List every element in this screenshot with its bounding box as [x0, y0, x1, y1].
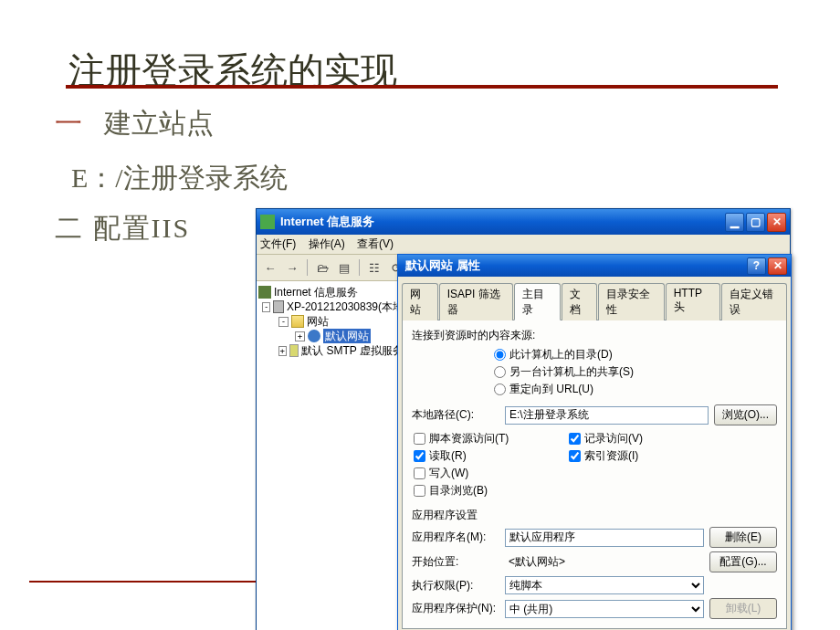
toolbar-separator [307, 259, 308, 276]
title-underline [66, 85, 778, 89]
tab-site[interactable]: 网站 [402, 283, 438, 320]
tree-computer-label: XP-201212030839(本地 [287, 299, 404, 314]
dialog-tabs: 网站 ISAPI 筛选器 主目录 文档 目录安全性 HTTP 头 自定义错误 [398, 277, 791, 320]
radio-redirect-url[interactable]: 重定向到 URL(U) [494, 382, 777, 397]
slide-line-1: 一建立站点 [55, 105, 214, 142]
tab-documents[interactable]: 文档 [562, 283, 598, 320]
globe-icon [308, 330, 320, 342]
tree-root-label: Internet 信息服务 [274, 285, 358, 299]
exec-permissions-row: 执行权限(P): 纯脚本 [412, 576, 777, 594]
tree-default-site[interactable]: +默认网站 [258, 329, 404, 343]
dialog-titlebar[interactable]: 默认网站 属性 ? ✕ [398, 255, 791, 277]
app-protection-row: 应用程序保护(N): 中 (共用) 卸载(L) [412, 598, 777, 619]
toolbar-up-button[interactable]: 🗁 [312, 257, 332, 278]
menu-action[interactable]: 操作(A) [309, 237, 345, 250]
tree-root[interactable]: Internet 信息服务 [258, 285, 404, 299]
tree-websites-label: 网站 [307, 314, 329, 329]
exec-permissions-select[interactable]: 纯脚本 [505, 576, 704, 594]
menu-view[interactable]: 查看(V) [357, 237, 394, 250]
check-script-access[interactable]: 脚本资源访问(T) [414, 431, 567, 446]
tree-expand-icon[interactable]: + [295, 331, 305, 341]
app-protection-select[interactable]: 中 (共用) [505, 600, 704, 618]
tree-panel[interactable]: Internet 信息服务 -XP-201212030839(本地 -网站 +默… [257, 281, 406, 630]
toolbar-list-button[interactable]: ▤ [334, 257, 354, 278]
slide-line-1-text: 建立站点 [104, 108, 214, 138]
tree-expand-icon[interactable]: + [278, 346, 287, 356]
slide-line-3: 二 配置IIS [55, 210, 190, 247]
minimize-button[interactable]: ▁ [725, 213, 744, 232]
check-write-input[interactable] [414, 467, 425, 479]
check-directory-browse[interactable]: 目录浏览(B) [414, 483, 567, 499]
dialog-close-button[interactable]: ✕ [768, 257, 787, 275]
local-path-input[interactable]: E:\注册登录系统 [505, 406, 709, 425]
start-location-label: 开始位置: [412, 554, 499, 570]
menu-file[interactable]: 文件(F) [260, 237, 296, 250]
check-index-resource[interactable]: 索引资源(I) [569, 448, 722, 464]
slide-line-2: E：/注册登录系统 [71, 160, 288, 197]
check-log-visits[interactable]: 记录访问(V) [569, 431, 722, 446]
iis-main-window: Internet 信息服务 ▁ ▢ ✕ 文件(F) 操作(A) 查看(V) ← … [256, 208, 791, 630]
permissions-checks: 脚本资源访问(T) 读取(R) 写入(W) 目录浏览(B) 记录访问(V) 索引… [412, 429, 777, 500]
computer-icon [273, 300, 284, 313]
check-write[interactable]: 写入(W) [414, 466, 567, 481]
browse-button[interactable]: 浏览(O)... [714, 404, 777, 425]
radio-local-label: 此计算机上的目录(D) [509, 347, 613, 362]
iis-title-text: Internet 信息服务 [280, 214, 725, 230]
radio-redirect-input[interactable] [494, 383, 506, 395]
app-settings-label: 应用程序设置 [412, 508, 777, 523]
mail-icon [289, 344, 299, 357]
check-index-input[interactable] [569, 450, 581, 462]
tab-home-directory[interactable]: 主目录 [514, 283, 561, 320]
app-protection-label: 应用程序保护(N): [412, 601, 499, 616]
iis-app-icon [260, 215, 275, 229]
check-script-input[interactable] [414, 433, 425, 445]
radio-share-label: 另一台计算机上的共享(S) [509, 364, 634, 380]
iis-client-area: Internet 信息服务 -XP-201212030839(本地 -网站 +默… [257, 281, 790, 630]
tab-isapi[interactable]: ISAPI 筛选器 [439, 283, 513, 320]
folder-icon [291, 315, 304, 328]
config-button[interactable]: 配置(G)... [709, 551, 777, 572]
properties-dialog: 默认网站 属性 ? ✕ 网站 ISAPI 筛选器 主目录 文档 目录安全性 HT… [397, 254, 792, 630]
toolbar-forward-button[interactable]: → [282, 257, 302, 278]
app-name-input[interactable]: 默认应用程序 [505, 529, 704, 547]
close-button[interactable]: ✕ [767, 213, 786, 232]
unload-button: 卸载(L) [709, 598, 777, 619]
radio-share-input[interactable] [494, 366, 506, 378]
tree-websites[interactable]: -网站 [258, 314, 404, 329]
tree-smtp[interactable]: +默认 SMTP 虚拟服务 [258, 343, 404, 358]
tab-http-headers[interactable]: HTTP 头 [666, 283, 720, 320]
exec-permissions-label: 执行权限(P): [412, 578, 499, 593]
check-browse-input[interactable] [414, 485, 425, 497]
iis-titlebar[interactable]: Internet 信息服务 ▁ ▢ ✕ [257, 209, 790, 235]
check-logvisit-input[interactable] [569, 433, 581, 445]
tree-collapse-icon[interactable]: - [278, 317, 289, 327]
toolbar-back-button[interactable]: ← [260, 257, 280, 278]
start-location-value: <默认网站> [505, 554, 704, 570]
check-read-input[interactable] [414, 450, 425, 462]
tree-default-site-label: 默认网站 [323, 329, 371, 343]
local-path-row: 本地路径(C): E:\注册登录系统 浏览(O)... [412, 404, 777, 425]
dialog-help-button[interactable]: ? [747, 257, 766, 275]
remove-button[interactable]: 删除(E) [709, 527, 777, 548]
check-index-label: 索引资源(I) [584, 448, 638, 464]
maximize-button[interactable]: ▢ [746, 213, 765, 232]
tab-directory-security[interactable]: 目录安全性 [598, 283, 664, 320]
radio-local-input[interactable] [494, 349, 506, 361]
tree-collapse-icon[interactable]: - [262, 302, 270, 312]
check-logvisit-label: 记录访问(V) [584, 431, 643, 446]
check-browse-label: 目录浏览(B) [429, 483, 488, 499]
iis-menubar: 文件(F) 操作(A) 查看(V) [257, 235, 790, 255]
tab-custom-errors[interactable]: 自定义错误 [721, 283, 787, 320]
radio-network-share[interactable]: 另一台计算机上的共享(S) [494, 364, 777, 380]
app-name-label: 应用程序名(M): [412, 530, 499, 545]
dialog-title-text: 默认网站 属性 [402, 257, 747, 274]
radio-local-directory[interactable]: 此计算机上的目录(D) [494, 347, 777, 362]
iis-window-buttons: ▁ ▢ ✕ [725, 213, 786, 232]
tab-body: 连接到资源时的内容来源: 此计算机上的目录(D) 另一台计算机上的共享(S) 重… [402, 320, 787, 629]
check-script-label: 脚本资源访问(T) [429, 431, 509, 446]
toolbar-properties-button[interactable]: ☷ [364, 257, 384, 278]
check-read[interactable]: 读取(R) [414, 448, 567, 464]
toolbar-separator [359, 259, 360, 276]
tree-computer[interactable]: -XP-201212030839(本地 [258, 299, 404, 314]
server-icon [258, 286, 271, 299]
